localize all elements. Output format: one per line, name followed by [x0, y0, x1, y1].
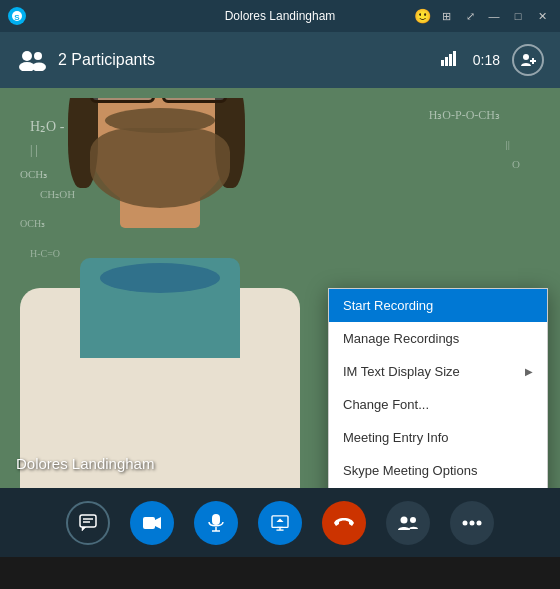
more-button[interactable]: [450, 501, 494, 545]
screen-share-button[interactable]: [258, 501, 302, 545]
menu-item-end-meeting[interactable]: End Meeting: [329, 487, 547, 488]
call-timer: 0:18: [473, 52, 500, 68]
menu-item-skype-options[interactable]: Skype Meeting Options: [329, 454, 547, 487]
formula-10: O: [512, 158, 520, 170]
window-controls: 🙂 ⊞ ⤢ — □ ✕: [412, 6, 552, 26]
person-video: [0, 98, 340, 488]
participants-section: 2 Participants: [16, 44, 155, 76]
top-bar: 2 Participants 0:18: [0, 32, 560, 88]
svg-rect-13: [80, 515, 96, 527]
menu-item-meeting-entry[interactable]: Meeting Entry Info: [329, 421, 547, 454]
close-btn[interactable]: ✕: [532, 6, 552, 26]
participants-icon: [16, 44, 48, 76]
mic-button[interactable]: [194, 501, 238, 545]
video-button[interactable]: [130, 501, 174, 545]
svg-rect-8: [449, 54, 452, 66]
svg-marker-25: [276, 518, 283, 522]
svg-point-5: [32, 63, 46, 72]
svg-marker-17: [155, 517, 161, 529]
title-bar: S Dolores Landingham 🙂 ⊞ ⤢ — □ ✕: [0, 0, 560, 32]
chat-button[interactable]: [66, 501, 110, 545]
svg-rect-7: [445, 57, 448, 66]
title-bar-left: S: [8, 7, 26, 25]
svg-point-4: [34, 52, 42, 60]
svg-point-28: [463, 520, 468, 525]
record-btn[interactable]: ⊞: [436, 6, 456, 26]
minimize-btn[interactable]: —: [484, 6, 504, 26]
top-bar-right: 0:18: [441, 44, 544, 76]
svg-rect-6: [441, 60, 444, 66]
formula-9: ||: [506, 138, 510, 150]
maximize-btn[interactable]: □: [508, 6, 528, 26]
emoji-btn[interactable]: 🙂: [412, 6, 432, 26]
context-menu: Start Recording Manage Recordings IM Tex…: [328, 288, 548, 488]
svg-point-26: [401, 516, 408, 523]
hangup-button[interactable]: [322, 501, 366, 545]
add-person-button[interactable]: [512, 44, 544, 76]
formula-8: H₃O-P-O-CH₃: [429, 108, 500, 123]
svg-point-27: [410, 517, 416, 523]
menu-item-change-font[interactable]: Change Font...: [329, 388, 547, 421]
bottom-toolbar: [0, 488, 560, 557]
svg-rect-16: [143, 517, 155, 529]
window-title: Dolores Landingham: [225, 9, 336, 23]
svg-rect-9: [453, 51, 456, 66]
person-name-overlay: Dolores Landingham: [16, 455, 154, 472]
skype-icon: S: [8, 7, 26, 25]
participants-count: 2 Participants: [58, 51, 155, 69]
svg-rect-18: [212, 514, 220, 525]
svg-point-30: [477, 520, 482, 525]
svg-point-10: [523, 54, 529, 60]
menu-item-im-text[interactable]: IM Text Display Size ▶: [329, 355, 547, 388]
video-area: H₂O - P - O | | OCH₃ OCH₃ CH₂OH OCH₃ H-C…: [0, 88, 560, 488]
menu-item-manage-recordings[interactable]: Manage Recordings: [329, 322, 547, 355]
svg-point-2: [22, 51, 32, 61]
fullscreen-btn[interactable]: ⤢: [460, 6, 480, 26]
svg-point-29: [470, 520, 475, 525]
menu-item-start-recording[interactable]: Start Recording: [329, 289, 547, 322]
participants-button[interactable]: [386, 501, 430, 545]
svg-text:S: S: [14, 13, 20, 22]
signal-icon: [441, 50, 461, 70]
submenu-arrow: ▶: [525, 366, 533, 377]
